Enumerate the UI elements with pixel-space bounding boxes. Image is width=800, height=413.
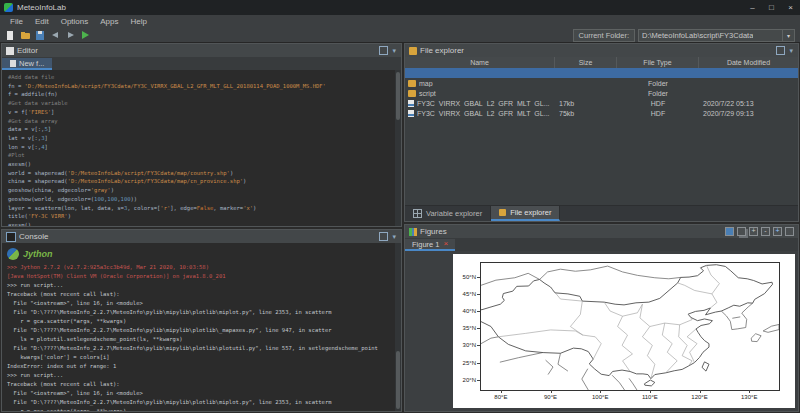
x-tick [650, 390, 651, 393]
editor-tab-new-file[interactable]: New f... [2, 58, 52, 70]
file-row[interactable]: FY3C_VIRRX_GBAL_L2_GFR_MLT_GL...75kbHDF2… [405, 108, 798, 118]
code-line: axesm() [8, 160, 401, 169]
code-line: china = shaperead('D:/MeteoInfoLab/scrip… [8, 177, 401, 186]
x-tick [600, 390, 601, 393]
console-scrollbar[interactable] [395, 243, 401, 411]
column-header-date-modified[interactable]: Date Modified [699, 57, 798, 68]
code-line: #Get data variable [8, 99, 401, 108]
column-header-name[interactable]: Name [405, 57, 555, 68]
menu-item-options[interactable]: Options [55, 17, 95, 26]
x-tick-label: 80°E [494, 394, 507, 400]
title-bar: MeteoInfoLab – □ × [0, 0, 800, 15]
zoom-in-icon[interactable] [749, 227, 758, 236]
column-header-file-type[interactable]: File Type [617, 57, 699, 68]
tab-variable-explorer[interactable]: Variable explorer [405, 206, 491, 221]
figure-tab-label: Figure 1 [412, 240, 440, 249]
copy-figure-icon[interactable] [737, 227, 746, 236]
x-tick [501, 390, 502, 393]
toolbar: Current Folder: D:\MeteoInfoLab\script\F… [0, 28, 800, 43]
console-line: r = gca.scatter(*args, **kwargs) [7, 407, 401, 411]
float-panel-icon[interactable] [379, 232, 388, 241]
redo-icon[interactable] [65, 30, 76, 41]
chart-icon [409, 228, 417, 236]
tab-figure-1[interactable]: Figure 1 × [405, 239, 455, 251]
figures-panel: Figures Figure 1 × [404, 224, 799, 412]
current-folder-combobox[interactable]: D:\MeteoInfoLab\script\FY3Cdata ▾ [638, 29, 795, 42]
file-row[interactable]: scriptFolder [405, 88, 798, 98]
menu-item-edit[interactable]: Edit [29, 17, 55, 26]
console-output[interactable]: Jython >>> Jython 2.7.2 (v2.7.2:925a3cc3… [2, 243, 401, 411]
menu-item-apps[interactable]: Apps [94, 17, 124, 26]
jython-label: Jython [23, 249, 53, 259]
menu-item-file[interactable]: File [4, 17, 29, 26]
collapse-panel-icon[interactable]: ▾ [392, 47, 396, 54]
current-folder-label: Current Folder: [573, 29, 635, 42]
save-icon[interactable] [35, 30, 46, 41]
jython-banner: Jython [7, 246, 401, 262]
code-line: #Add data file [8, 73, 401, 82]
maximize-button[interactable]: □ [762, 0, 781, 15]
y-tick-label: 45°N [463, 291, 476, 297]
new-file-icon[interactable] [5, 30, 16, 41]
code-line: lon = v[:,4] [8, 143, 401, 152]
figures-tab-bar: Figure 1 × [405, 238, 798, 252]
console-line: kwargs['color'] = colors[i] [7, 353, 401, 362]
figures-panel-header: Figures [405, 225, 798, 239]
code-area[interactable]: #Add data filefn = 'D:/MeteoInfoLab/scri… [2, 70, 401, 226]
float-panel-icon[interactable] [379, 46, 388, 55]
tab-file-explorer[interactable]: File explorer [491, 206, 560, 221]
column-header-size[interactable]: Size [555, 57, 617, 68]
x-tick-label: 130°E [741, 394, 757, 400]
folder-icon [499, 209, 506, 216]
folder-icon [409, 47, 417, 55]
folder-icon [408, 90, 416, 97]
file-row[interactable] [405, 68, 798, 78]
chevron-down-icon[interactable]: ▾ [782, 30, 794, 41]
close-button[interactable]: × [781, 0, 800, 15]
app-logo-icon [4, 3, 13, 12]
run-script-icon[interactable] [80, 30, 91, 41]
figure-content: 80°E90°E100°E110°E120°E130°E20°N25°N30°N… [405, 251, 798, 411]
editor-tab-bar: New f... [2, 57, 401, 71]
undo-icon[interactable] [50, 30, 61, 41]
code-line: #Plot [8, 151, 401, 160]
editor-scrollbar-thumb[interactable] [396, 72, 400, 120]
editor-panel-header: Editor ▾ [2, 44, 401, 58]
console-line: File "<iostream>", line 16, in <module> [7, 299, 401, 308]
code-line: fn = 'D:/MeteoInfoLab/script/FY3Cdata/FY… [8, 82, 401, 91]
menu-item-help[interactable]: Help [125, 17, 153, 26]
float-panel-icon[interactable] [776, 46, 785, 55]
y-tick [477, 380, 480, 381]
y-tick [477, 294, 480, 295]
console-scrollbar-thumb[interactable] [396, 351, 400, 409]
y-tick-label: 30°N [463, 342, 476, 348]
code-line: v = f['FIRES'] [8, 108, 401, 117]
menu-bar: FileEditOptionsAppsHelp [0, 15, 800, 29]
zoom-out-icon[interactable] [761, 227, 770, 236]
file-row[interactable]: mapFolder [405, 78, 798, 88]
editor-panel: Editor ▾ New f... #Add data filefn = 'D:… [1, 43, 402, 227]
collapse-panel-icon[interactable]: ▾ [789, 47, 793, 54]
x-tick-label: 120°E [691, 394, 707, 400]
x-tick-label: 110°E [642, 394, 658, 400]
window-title: MeteoInfoLab [17, 3, 66, 12]
folder-icon [408, 80, 416, 87]
file-row[interactable]: FY3C_VIRRX_GBAL_L2_GFR_MLT_GL...17kbHDF2… [405, 98, 798, 108]
console-line: File "<iostream>", line 16, in <module> [7, 389, 401, 398]
pan-icon[interactable] [773, 227, 782, 236]
open-folder-icon[interactable] [20, 30, 31, 41]
close-figure-icon[interactable]: × [444, 240, 449, 248]
minimize-button[interactable]: – [743, 0, 762, 15]
figures-panel-title: Figures [420, 227, 447, 236]
save-figure-icon[interactable] [725, 227, 734, 236]
full-extent-icon[interactable] [785, 227, 794, 236]
figure-canvas[interactable]: 80°E90°E100°E110°E120°E130°E20°N25°N30°N… [453, 254, 795, 408]
code-line: lat = v[:,3] [8, 134, 401, 143]
y-tick-label: 20°N [463, 377, 476, 383]
collapse-panel-icon[interactable]: ▾ [392, 233, 396, 240]
console-line: Traceback (most recent call last): [7, 290, 401, 299]
console-icon [6, 232, 16, 242]
console-line: r = gca.scatter(*args, **kwargs) [7, 317, 401, 326]
file-explorer-header: File explorer ▾ [405, 44, 798, 58]
editor-scrollbar[interactable] [395, 70, 401, 226]
